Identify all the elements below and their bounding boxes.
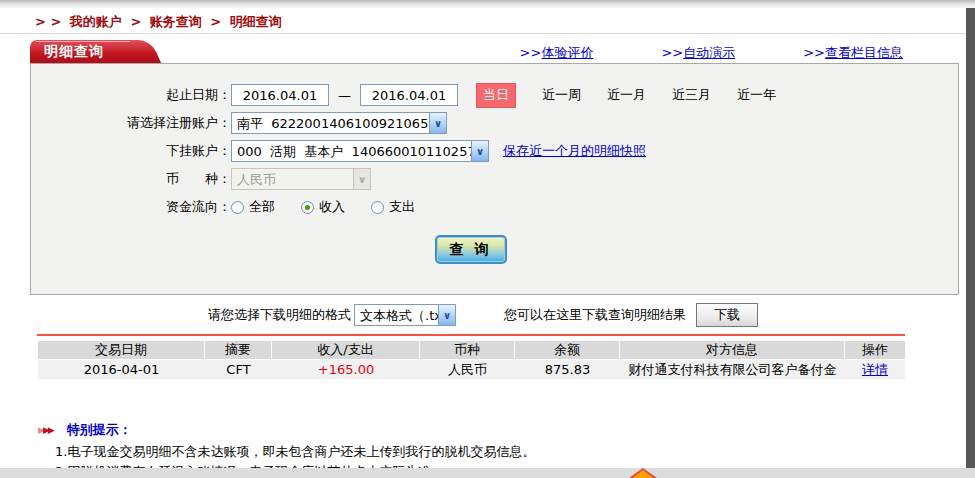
radio-icon	[301, 201, 314, 214]
cell-balance: 875.83	[515, 360, 620, 379]
currency-select-disabled: 人民币 ∨	[231, 168, 371, 190]
registered-account-select[interactable]: 南平 6222001406100921065 灵通卡 ∨	[231, 112, 447, 134]
today-button[interactable]: 当日	[476, 83, 516, 108]
sub-account-row: 下挂账户： 000 活期 基本户 1406600101102571848 ∨ 保…	[31, 140, 958, 162]
header-amount: 收入/支出	[272, 341, 420, 359]
sub-account-label: 下挂账户：	[31, 142, 231, 160]
fund-flow-label: 资金流向：	[31, 198, 231, 216]
header-counterparty: 对方信息	[620, 341, 845, 359]
view-column-info-link[interactable]: >>查看栏目信息	[803, 44, 903, 62]
link-label: 体验评价	[541, 45, 593, 60]
cell-counterparty: 财付通支付科技有限公司客户备付金	[620, 360, 845, 379]
divider-line	[0, 33, 966, 34]
experience-feedback-link[interactable]: >>体验评价	[520, 44, 594, 62]
link-prefix: >>	[520, 45, 542, 60]
currency-value: 人民币	[232, 169, 353, 189]
query-button[interactable]: 查 询	[435, 235, 507, 264]
cell-amount: +165.00	[272, 360, 420, 379]
registered-account-label: 请选择注册账户：	[31, 114, 231, 132]
radio-icon	[371, 201, 384, 214]
last-week-button[interactable]: 近一周	[542, 86, 581, 104]
breadcrumb-separator: >	[210, 14, 221, 29]
breadcrumb-prefix: > >	[35, 14, 61, 29]
chevron-down-icon[interactable]: ∨	[471, 141, 488, 161]
download-format-value: 文本格式（.txt）	[355, 305, 438, 325]
radio-label: 支出	[389, 198, 415, 216]
header-balance: 余额	[515, 341, 620, 359]
fund-flow-radio-all[interactable]: 全部	[231, 198, 275, 216]
breadcrumb-item-detail-query[interactable]: 明细查询	[230, 14, 282, 29]
link-prefix: >>	[661, 45, 683, 60]
detail-link[interactable]: 详情	[862, 361, 888, 379]
cutoff-marker-icon-inner	[633, 470, 653, 478]
date-separator: —	[338, 88, 351, 103]
chevron-down-icon[interactable]: ∨	[429, 113, 446, 133]
top-links: >>体验评价 >>自动演示 >>查看栏目信息	[520, 44, 903, 62]
cell-date: 2016-04-01	[38, 360, 205, 379]
date-range-row: 起止日期： — 当日 近一周 近一月 近三月 近一年	[31, 84, 958, 106]
breadcrumb-separator: >	[130, 14, 141, 29]
query-form-panel: 起止日期： — 当日 近一周 近一月 近三月 近一年 请选择注册账户： 南平 6…	[30, 63, 959, 295]
registered-account-row: 请选择注册账户： 南平 6222001406100921065 灵通卡 ∨	[31, 112, 958, 134]
table-top-rule	[37, 334, 905, 336]
save-snapshot-link[interactable]: 保存近一个月的明细快照	[503, 142, 646, 160]
link-label: 查看栏目信息	[825, 45, 903, 60]
tab-detail-query: 明细查询	[30, 40, 130, 63]
download-row: 请您选择下载明细的格式 文本格式（.txt） ∨ 您可以在这里下载查询明细结果 …	[0, 302, 966, 328]
link-prefix: >>	[803, 45, 825, 60]
chevron-down-icon[interactable]: ∨	[438, 305, 455, 325]
cell-currency: 人民币	[420, 360, 515, 379]
page: > > 我的账户 > 账务查询 > 明细查询 明细查询 >>体验评价 >>自动演…	[0, 0, 975, 478]
start-date-input[interactable]	[231, 84, 329, 106]
link-label: 自动演示	[683, 45, 735, 60]
table-header-row: 交易日期 摘要 收入/支出 币种 余额 对方信息 操作	[38, 341, 905, 359]
chevron-down-icon: ∨	[353, 169, 370, 189]
download-format-label: 请您选择下载明细的格式	[208, 306, 351, 324]
last-year-button[interactable]: 近一年	[737, 86, 776, 104]
radio-label: 全部	[249, 198, 275, 216]
fund-flow-radio-income[interactable]: 收入	[301, 198, 345, 216]
radio-icon	[231, 201, 244, 214]
end-date-input[interactable]	[360, 84, 458, 106]
cell-summary: CFT	[205, 360, 272, 379]
triple-arrow-icon: ▶▶▶	[38, 425, 53, 435]
currency-row: 币 种： 人民币 ∨	[31, 168, 958, 190]
special-notes-title: 特别提示：	[67, 421, 132, 439]
header-currency: 币种	[420, 341, 515, 359]
window-bottom-bar	[0, 468, 975, 478]
last-month-button[interactable]: 近一月	[607, 86, 646, 104]
detail-link-cell: 详情	[845, 360, 905, 379]
window-top-bar	[0, 0, 975, 8]
breadcrumb-item-account-query[interactable]: 账务查询	[150, 14, 202, 29]
registered-account-value: 南平 6222001406100921065 灵通卡	[232, 113, 429, 133]
fund-flow-radio-expense[interactable]: 支出	[371, 198, 415, 216]
download-hint: 您可以在这里下载查询明细结果	[504, 306, 686, 324]
header-summary: 摘要	[205, 341, 272, 359]
download-button[interactable]: 下载	[696, 303, 758, 327]
special-notes-header: ▶▶▶ 特别提示：	[38, 421, 132, 439]
results-table: 交易日期 摘要 收入/支出 币种 余额 对方信息 操作 2016-04-01 C…	[38, 341, 905, 379]
sub-account-value: 000 活期 基本户 1406600101102571848	[232, 141, 471, 161]
breadcrumb: > > 我的账户 > 账务查询 > 明细查询	[35, 13, 286, 31]
last-3-months-button[interactable]: 近三月	[672, 86, 711, 104]
header-action: 操作	[845, 341, 905, 359]
header-date: 交易日期	[38, 341, 205, 359]
download-format-select[interactable]: 文本格式（.txt） ∨	[354, 304, 456, 326]
sub-account-select[interactable]: 000 活期 基本户 1406600101102571848 ∨	[231, 140, 489, 162]
date-range-label: 起止日期：	[31, 86, 231, 104]
fund-flow-row: 资金流向： 全部 收入 支出	[31, 196, 958, 218]
note-item-1: 1.电子现金交易明细不含未达账项，即未包含商户还未上传到我行的脱机交易信息。	[55, 443, 535, 461]
radio-label: 收入	[319, 198, 345, 216]
breadcrumb-item-my-account[interactable]: 我的账户	[70, 14, 122, 29]
table-row: 2016-04-01 CFT +165.00 人民币 875.83 财付通支付科…	[38, 360, 905, 379]
tab-title: 明细查询	[30, 40, 130, 63]
auto-demo-link[interactable]: >>自动演示	[661, 44, 735, 62]
window-edge-strip	[966, 8, 975, 468]
query-button-row: 查 询	[31, 235, 958, 264]
currency-label: 币 种：	[31, 170, 231, 188]
